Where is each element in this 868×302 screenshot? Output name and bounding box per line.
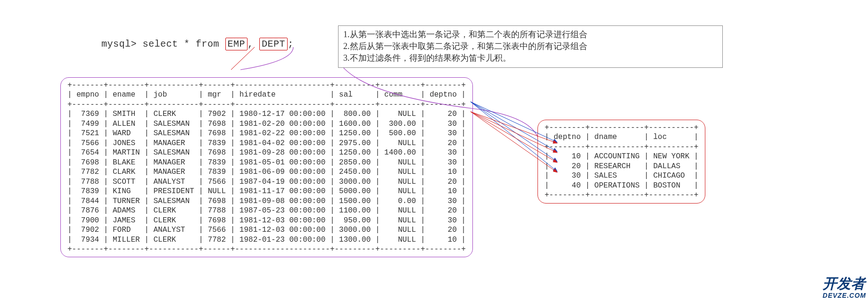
sql-semicolon: ; bbox=[288, 39, 294, 49]
note-line-1: 1.从第一张表中选出第一条记录，和第二个表的所有记录进行组合 bbox=[343, 29, 718, 41]
watermark: 开发者 DEVZE.COM bbox=[823, 274, 866, 299]
note-line-2: 2.然后从第一张表中取第二条记录，和第二张表中的所有记录组合 bbox=[343, 41, 718, 52]
sql-token-dept: DEPT bbox=[259, 38, 288, 50]
sql-text-head: select * from bbox=[143, 39, 220, 49]
watermark-sub: DEVZE.COM bbox=[823, 292, 866, 299]
sql-command: mysql> select * from EMP, DEPT; bbox=[101, 39, 294, 49]
connector-emp-to-table bbox=[231, 47, 255, 70]
sql-prompt: mysql> bbox=[101, 39, 137, 49]
explanation-box: 1.从第一张表中选出第一条记录，和第二个表的所有记录进行组合 2.然后从第一张表… bbox=[338, 25, 723, 68]
connector-dept-to-table bbox=[240, 47, 293, 70]
sql-comma: , bbox=[248, 39, 259, 49]
sql-token-emp: EMP bbox=[225, 38, 248, 50]
watermark-main: 开发者 bbox=[823, 276, 865, 291]
note-line-3: 3.不加过滤条件，得到的结果称为笛卡儿积。 bbox=[343, 52, 718, 64]
dept-table: +--------+------------+----------+ | dep… bbox=[537, 120, 705, 204]
emp-table: +-------+--------+-----------+------+---… bbox=[60, 77, 473, 257]
